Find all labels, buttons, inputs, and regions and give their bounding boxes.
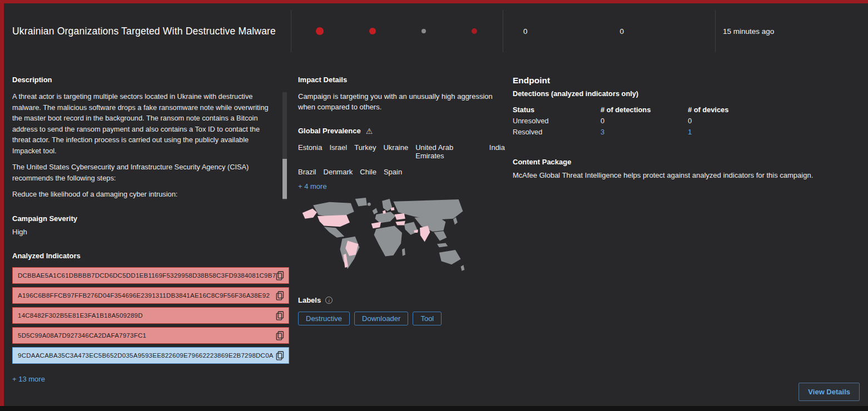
severity-dot-icon [316, 27, 324, 35]
country-item: Brazil [298, 168, 316, 176]
indicator-hash: 14C8482F302B5E81E3FA1B18A509289D [18, 312, 143, 319]
stat-devices: 0 [620, 27, 624, 36]
country-list-row: Brazil Denmark Chile Spain [298, 168, 505, 176]
header-stats: 0 0 [503, 27, 715, 36]
country-item: Ukraine [383, 143, 408, 160]
country-item: Estonia [298, 143, 322, 160]
impact-details-text: Campaign is targeting you with an unusua… [298, 91, 505, 112]
warning-icon [366, 127, 373, 135]
impact-column: Impact Details Campaign is targeting you… [298, 76, 505, 325]
copy-icon[interactable] [276, 271, 284, 280]
detections-table: Status # of detections # of devices Unre… [513, 105, 822, 137]
detections-subheading: Detections (analyzed indicators only) [513, 89, 822, 98]
indicator-hash: 9CDAACABA35C3A473EC5B652D035A9593EE82260… [18, 352, 274, 359]
severity-dot-icon [369, 28, 376, 34]
label-chip-destructive[interactable]: Destructive [298, 312, 350, 325]
description-heading: Description [12, 76, 289, 84]
indicator-row: 9CDAACABA35C3A473EC5B652D035A9593EE82260… [12, 347, 289, 364]
map-land [313, 198, 464, 271]
description-paragraph: A threat actor is targeting multiple sec… [12, 91, 276, 156]
description-column: Description A threat actor is targeting … [12, 76, 289, 384]
page-title: Ukrainian Organizations Targeted With De… [12, 26, 291, 37]
cell-detections-unresolved: 0 [601, 116, 688, 126]
description-paragraph: The United States Cybersecurity and Infr… [12, 162, 276, 183]
description-text-area[interactable]: A threat actor is targeting multiple sec… [12, 91, 289, 201]
campaign-detail-card: Ukrainian Organizations Targeted With De… [0, 0, 868, 406]
description-paragraph: Reduce the likelihood of a damaging cybe… [12, 189, 276, 200]
campaign-severity-value: High [12, 228, 289, 236]
view-details-button[interactable]: View Details [798, 383, 860, 401]
severity-dot-icon [472, 28, 477, 34]
indicator-hash: DCBBAE5A1C61DBBBB7DCD6DC5DD1EB1169F53299… [18, 272, 276, 279]
label-chip-downloader[interactable]: Downloader [354, 312, 408, 325]
content-package-text: McAfee Global Threat Intelligence helps … [513, 171, 822, 179]
column-header-devices: # of devices [688, 105, 822, 114]
country-item: Denmark [324, 168, 353, 176]
endpoint-heading: Endpoint [513, 76, 822, 86]
country-item: Spain [384, 168, 402, 176]
prevalence-more-link[interactable]: + 4 more [298, 182, 327, 191]
country-item: Chile [360, 168, 376, 176]
column-header-status: Status [513, 105, 601, 114]
global-prevalence-heading: Global Prevalence [298, 127, 361, 135]
country-item: Turkey [354, 143, 376, 160]
scrollbar-track[interactable] [282, 92, 287, 200]
country-item: Israel [329, 143, 347, 160]
indicator-hash: A196C6B8FFCB97FFB276D04F354696E2391311DB… [18, 292, 270, 299]
cell-devices-unresolved: 0 [688, 116, 822, 126]
info-icon [325, 297, 333, 304]
analyzed-indicators-heading: Analyzed Indicators [12, 252, 289, 260]
indicator-hash: 5D5C99A08A7D927346CA2DAFA7973FC1 [18, 332, 146, 339]
copy-icon[interactable] [276, 311, 284, 320]
indicator-row: 5D5C99A08A7D927346CA2DAFA7973FC1 [12, 327, 289, 344]
labels-heading: Labels [298, 296, 321, 304]
column-header-detections: # of detections [601, 105, 688, 114]
indicators-more-link[interactable]: + 13 more [12, 375, 45, 383]
label-chip-tool[interactable]: Tool [413, 312, 442, 325]
card-body: Description A threat actor is targeting … [4, 59, 868, 384]
card-header: Ukrainian Organizations Targeted With De… [4, 3, 868, 59]
country-item: India [489, 143, 505, 160]
impact-details-heading: Impact Details [298, 76, 505, 84]
resolved-devices-link[interactable]: 1 [688, 127, 692, 137]
severity-dot-icon [421, 29, 426, 33]
cell-status-unresolved: Unresolved [513, 116, 601, 126]
indicator-list: DCBBAE5A1C61DBBBB7DCD6DC5DD1EB1169F53299… [12, 267, 289, 364]
endpoint-column: Endpoint Detections (analyzed indicators… [513, 76, 856, 179]
campaign-severity-heading: Campaign Severity [12, 214, 289, 223]
copy-icon[interactable] [276, 331, 284, 340]
world-map [298, 198, 470, 284]
severity-indicator-group [291, 27, 503, 35]
copy-icon[interactable] [276, 351, 284, 360]
copy-icon[interactable] [276, 291, 284, 300]
scrollbar-thumb[interactable] [282, 159, 287, 199]
indicator-row: 14C8482F302B5E81E3FA1B18A509289D [12, 307, 289, 324]
indicator-row: DCBBAE5A1C61DBBBB7DCD6DC5DD1EB1169F53299… [12, 267, 289, 284]
country-list-row: Estonia Israel Turkey Ukraine United Ara… [298, 143, 505, 160]
stat-detections: 0 [523, 27, 528, 36]
country-item: United Arab Emirates [415, 143, 482, 160]
map-highlighted-countries [302, 207, 430, 268]
last-updated: 15 minutes ago [716, 27, 774, 36]
label-chip-group: Destructive Downloader Tool [298, 312, 505, 325]
resolved-detections-link[interactable]: 3 [601, 127, 604, 137]
cell-status-resolved: Resolved [513, 127, 601, 137]
indicator-row: A196C6B8FFCB97FFB276D04F354696E2391311DB… [12, 287, 289, 304]
content-package-heading: Content Package [513, 158, 822, 166]
